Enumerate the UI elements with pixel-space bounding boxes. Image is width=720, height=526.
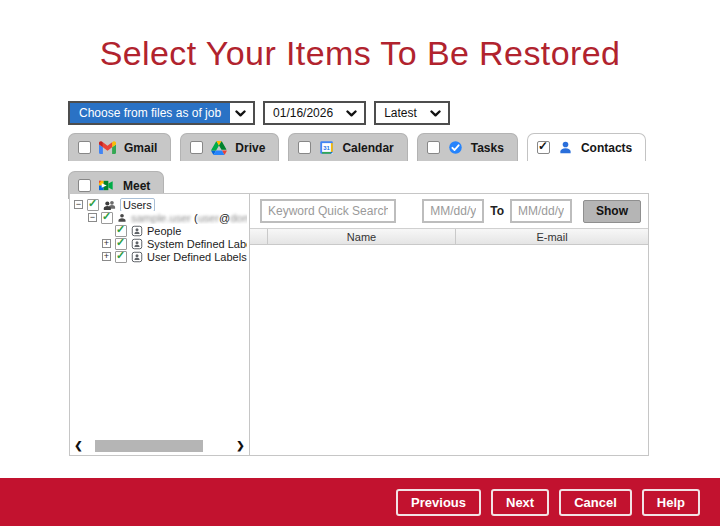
- scroll-right-icon[interactable]: ❯: [235, 439, 246, 452]
- users-group-icon: [103, 200, 116, 210]
- email-column-header[interactable]: E-mail: [456, 229, 648, 244]
- date-from-input[interactable]: [422, 199, 484, 223]
- tree-node-label: Users: [120, 198, 155, 211]
- system-labels-checkbox[interactable]: ✓: [115, 238, 127, 250]
- tab-gmail[interactable]: Gmail: [68, 133, 171, 161]
- help-button[interactable]: Help: [642, 489, 700, 516]
- source-tree-panel: − ✓ Users − ✓: [69, 193, 250, 456]
- tab-label: Calendar: [342, 141, 393, 155]
- tree-node-label: System Defined Labels: [147, 238, 247, 250]
- contact-card-icon: [131, 251, 143, 263]
- chevron-down-icon: [230, 103, 253, 123]
- drive-icon: [211, 141, 227, 155]
- wizard-footer: Previous Next Cancel Help: [0, 478, 720, 526]
- job-date-select[interactable]: 01/16/2026: [263, 101, 366, 125]
- people-node-checkbox[interactable]: ✓: [115, 225, 127, 237]
- tree-node-users[interactable]: − ✓ Users: [72, 198, 247, 211]
- expand-toggle-icon[interactable]: +: [102, 252, 111, 261]
- source-tree: − ✓ Users − ✓: [70, 194, 249, 267]
- users-node-checkbox[interactable]: ✓: [87, 199, 99, 211]
- results-table-header: Name E-mail: [250, 228, 648, 245]
- collapse-toggle-icon[interactable]: −: [88, 213, 97, 222]
- tab-label: Contacts: [581, 141, 632, 155]
- job-date-value: 01/16/2026: [265, 103, 341, 123]
- scrollbar-track[interactable]: [86, 440, 233, 452]
- tree-node-user-labels[interactable]: + ✓ User Defined Labels: [72, 250, 247, 263]
- keyword-search-input[interactable]: [260, 199, 396, 223]
- check-icon: ✓: [102, 211, 111, 223]
- tree-node-people[interactable]: ✓ People: [72, 224, 247, 237]
- expand-toggle-icon[interactable]: +: [102, 239, 111, 248]
- previous-button[interactable]: Previous: [396, 489, 481, 516]
- show-button[interactable]: Show: [583, 200, 641, 223]
- gmail-checkbox[interactable]: [78, 141, 91, 154]
- tab-label: Tasks: [471, 141, 504, 155]
- gmail-icon: [99, 141, 116, 154]
- chevron-down-icon: [425, 103, 448, 123]
- tree-node-label: User Defined Labels: [147, 251, 247, 263]
- tree-node-label: People: [147, 225, 181, 237]
- cancel-button[interactable]: Cancel: [559, 489, 632, 516]
- check-icon: ✓: [116, 250, 125, 262]
- person-icon: [117, 213, 127, 223]
- tree-node-account[interactable]: − ✓ sample.user (user@domain.c: [72, 211, 247, 224]
- tasks-checkbox[interactable]: [427, 141, 440, 154]
- user-labels-checkbox[interactable]: ✓: [115, 251, 127, 263]
- svg-text:31: 31: [324, 145, 331, 151]
- date-to-label: To: [490, 204, 504, 218]
- check-icon: ✓: [116, 237, 125, 249]
- drive-checkbox[interactable]: [190, 141, 203, 154]
- check-icon: ✓: [88, 198, 97, 210]
- date-range-group: To Show: [422, 199, 641, 223]
- redacted-account-name: sample.user: [131, 212, 191, 224]
- snapshot-controls: Choose from files as of job 01/16/2026 L…: [68, 101, 450, 125]
- results-table-body: [250, 245, 648, 455]
- redacted-email-domain: domain.c: [230, 212, 247, 224]
- job-version-value: Latest: [376, 103, 425, 123]
- calendar-icon: 31: [319, 140, 334, 155]
- contact-card-icon: [131, 225, 143, 237]
- restore-content: − ✓ Users − ✓: [69, 193, 649, 456]
- results-panel: To Show Name E-mail: [250, 193, 649, 456]
- meet-checkbox[interactable]: [78, 179, 91, 192]
- page-title: Select Your Items To Be Restored: [0, 34, 720, 73]
- tab-label: Gmail: [124, 141, 157, 155]
- chevron-down-icon: [341, 103, 364, 123]
- tab-label: Drive: [235, 141, 265, 155]
- tree-horizontal-scrollbar[interactable]: ❮ ❯: [73, 439, 246, 452]
- date-to-input[interactable]: [510, 199, 572, 223]
- search-bar: To Show: [250, 194, 648, 228]
- tasks-icon: [448, 140, 463, 155]
- restore-wizard-window: Select Your Items To Be Restored Choose …: [0, 0, 720, 526]
- contacts-icon: [558, 140, 573, 155]
- job-version-select[interactable]: Latest: [374, 101, 450, 125]
- job-select-value: Choose from files as of job: [70, 103, 230, 123]
- redacted-email-local: user: [198, 212, 219, 224]
- select-column-header: [250, 229, 268, 244]
- check-icon: ✓: [116, 224, 125, 236]
- meet-icon: [99, 179, 115, 192]
- scroll-left-icon[interactable]: ❮: [73, 439, 84, 452]
- next-button[interactable]: Next: [491, 489, 549, 516]
- tab-contacts[interactable]: ✓ Contacts: [527, 133, 646, 161]
- tab-drive[interactable]: Drive: [180, 133, 279, 161]
- job-select[interactable]: Choose from files as of job: [68, 101, 255, 125]
- tab-calendar[interactable]: 31 Calendar: [288, 133, 407, 161]
- check-icon: ✓: [538, 139, 548, 153]
- tree-node-system-labels[interactable]: + ✓ System Defined Labels: [72, 237, 247, 250]
- account-node-checkbox[interactable]: ✓: [101, 212, 113, 224]
- collapse-toggle-icon[interactable]: −: [74, 200, 83, 209]
- service-tabs: Gmail Drive: [68, 133, 668, 199]
- tab-tasks[interactable]: Tasks: [417, 133, 518, 161]
- tree-node-label: sample.user (user@domain.c: [131, 212, 247, 224]
- tab-label: Meet: [123, 179, 150, 193]
- scrollbar-thumb[interactable]: [95, 440, 203, 452]
- name-column-header[interactable]: Name: [268, 229, 456, 244]
- contacts-checkbox[interactable]: ✓: [537, 141, 550, 154]
- contact-card-icon: [131, 238, 143, 250]
- calendar-checkbox[interactable]: [298, 141, 311, 154]
